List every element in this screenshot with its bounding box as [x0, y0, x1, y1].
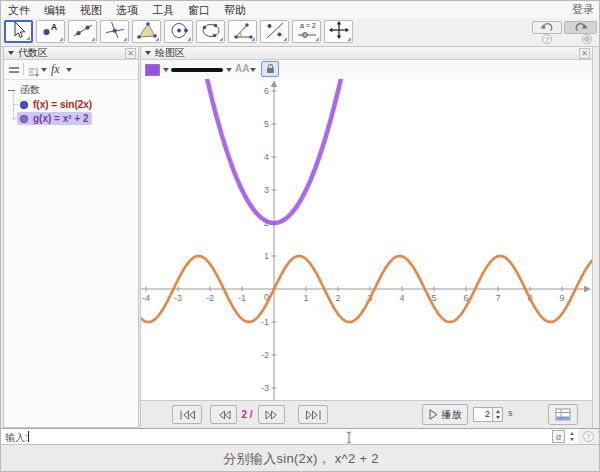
input-bar[interactable]: 输入: α ? [1, 428, 600, 445]
line-style-preview[interactable] [171, 68, 223, 72]
tool-dropdown-icon[interactable] [347, 37, 351, 41]
speed-unit-label: s [508, 408, 513, 418]
chevron-down-icon[interactable] [226, 68, 232, 72]
chevron-down-icon[interactable] [41, 68, 47, 72]
svg-text:2: 2 [335, 293, 340, 303]
menu-item-edit[interactable]: 编辑 [37, 2, 73, 18]
sort-objects-icon[interactable] [28, 64, 39, 82]
algebra-item-f[interactable]: f(x) = sin(2x) [17, 98, 95, 111]
skip-to-last-icon [305, 410, 322, 420]
auxiliary-objects-icon[interactable] [9, 65, 19, 75]
svg-text:-2: -2 [206, 293, 214, 303]
step-back-icon [217, 410, 231, 420]
text-caret [28, 431, 29, 442]
svg-text:-4: -4 [142, 293, 150, 303]
tool-dropdown-icon[interactable] [91, 37, 95, 41]
tool-dropdown-icon[interactable] [155, 37, 159, 41]
svg-text:4: 4 [399, 293, 404, 303]
algebra-item-g[interactable]: g(x) = x² + 2 [17, 112, 92, 125]
tool-circle-button[interactable] [164, 20, 193, 43]
svg-text:1: 1 [303, 293, 308, 303]
step-forward-icon [265, 410, 279, 420]
menu-item-window[interactable]: 窗口 [181, 2, 217, 18]
toolbar: Aa = 2 ? [1, 18, 600, 47]
object-definition-label: g(x) = x² + 2 [33, 113, 89, 124]
undo-button[interactable] [532, 21, 562, 34]
algebra-panel-header[interactable]: 代数区 ✕ [4, 47, 138, 60]
menu-item-view[interactable]: 视图 [73, 2, 109, 18]
protocol-table-icon [555, 408, 571, 421]
close-icon[interactable]: ✕ [579, 48, 590, 59]
object-visibility-dot[interactable] [20, 115, 28, 123]
fx-filter-icon[interactable]: fx [51, 62, 60, 77]
play-icon [429, 409, 438, 420]
algebra-panel-title: 代数区 [18, 46, 48, 60]
menu-item-tools[interactable]: 工具 [145, 2, 181, 18]
symbol-stepper[interactable] [568, 430, 575, 443]
chevron-down-icon[interactable] [163, 68, 169, 72]
tool-dropdown-icon[interactable] [26, 36, 30, 40]
geogebra-window: 文件编辑视图选项工具窗口帮助 登录 Aa = 2 ? 代数区 ✕ [0, 0, 600, 472]
object-definition-label: f(x) = sin(2x) [33, 99, 92, 110]
svg-text:7: 7 [495, 293, 500, 303]
tool-dropdown-icon[interactable] [59, 37, 63, 41]
nav-first-button[interactable] [172, 405, 202, 424]
menu-item-options[interactable]: 选项 [109, 2, 145, 18]
svg-text:A: A [51, 21, 57, 31]
svg-text:-1: -1 [238, 293, 246, 303]
panel-menu-triangle-icon[interactable] [8, 51, 14, 55]
svg-text:a = 2: a = 2 [300, 22, 316, 29]
tool-dropdown-icon[interactable] [283, 37, 287, 41]
svg-text:3: 3 [264, 185, 269, 195]
menu-item-help[interactable]: 帮助 [217, 2, 253, 18]
tool-slider-button[interactable]: a = 2 [292, 20, 321, 43]
tool-move-button[interactable] [4, 20, 33, 43]
object-visibility-dot[interactable] [20, 101, 28, 109]
tool-dropdown-icon[interactable] [219, 37, 223, 41]
tool-dropdown-icon[interactable] [251, 37, 255, 41]
sign-in-link[interactable]: 登录 [572, 2, 594, 17]
help-icon[interactable]: ? [542, 34, 552, 44]
graph-canvas[interactable]: -4-3-2-1123456789654321-1-2-30 [141, 79, 592, 400]
tool-polygon-button[interactable] [132, 20, 161, 43]
tool-conic-button[interactable] [196, 20, 225, 43]
lock-icon [267, 68, 274, 73]
lock-view-button[interactable] [261, 61, 279, 77]
tool-dropdown-icon[interactable] [123, 37, 127, 41]
menu-item-file[interactable]: 文件 [1, 2, 37, 18]
text-size-button[interactable]: AA [235, 63, 249, 74]
tool-move-view-button[interactable] [324, 20, 353, 43]
nav-last-button[interactable] [298, 405, 328, 424]
settings-gear-icon[interactable] [582, 34, 592, 44]
nav-next-button[interactable] [258, 405, 285, 424]
tool-perpendicular-button[interactable] [100, 20, 129, 43]
algebra-view-panel: 代数区 ✕ fx 函数 f(x) = sin(2x)g(x) = x² + 2 [3, 46, 139, 428]
chevron-down-icon[interactable] [250, 68, 256, 72]
tool-line-button[interactable] [68, 20, 97, 43]
speed-input[interactable]: 2 [473, 407, 493, 422]
panel-menu-triangle-icon[interactable] [145, 51, 151, 55]
symbol-palette-button[interactable]: α [552, 430, 565, 443]
input-label: 输入: [5, 431, 28, 445]
tool-dropdown-icon[interactable] [187, 37, 191, 41]
chevron-down-icon[interactable] [66, 68, 72, 72]
tool-angle-button[interactable] [228, 20, 257, 43]
speed-stepper[interactable] [493, 407, 503, 422]
input-help-icon[interactable]: ? [583, 431, 594, 442]
svg-text:4: 4 [264, 152, 269, 162]
menu-bar: 文件编辑视图选项工具窗口帮助 登录 [1, 1, 600, 19]
tool-point-button[interactable]: A [36, 20, 65, 43]
tool-dropdown-icon[interactable] [315, 37, 319, 41]
construction-navbar: 2 / 2 播放 2 s [141, 400, 592, 429]
caption-text: 分别输入sin(2x)， x^2 + 2 [1, 445, 600, 472]
nav-prev-button[interactable] [210, 405, 237, 424]
tool-transform-button[interactable] [260, 20, 289, 43]
graph-svg: -4-3-2-1123456789654321-1-2-30 [141, 79, 592, 400]
construction-protocol-button[interactable] [548, 404, 578, 425]
close-icon[interactable]: ✕ [125, 48, 136, 59]
skip-to-first-icon [179, 410, 196, 420]
color-swatch[interactable] [145, 64, 160, 76]
redo-button[interactable] [564, 21, 597, 34]
graphics-panel-header[interactable]: 绘图区 ✕ [141, 47, 592, 60]
play-button[interactable]: 播放 [422, 404, 468, 425]
